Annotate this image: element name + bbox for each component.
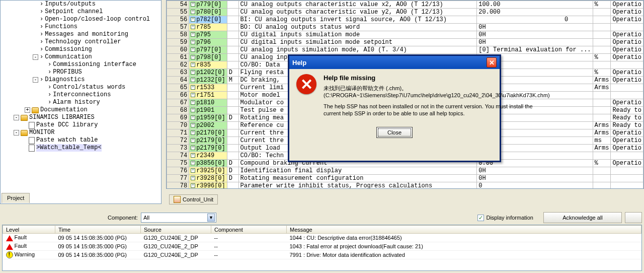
expand-icon[interactable]: +	[191, 62, 195, 67]
dialog-heading: Help file missing	[324, 74, 550, 82]
expand-icon[interactable]: +	[191, 183, 195, 188]
expand-icon[interactable]: +	[191, 40, 195, 44]
tree-node[interactable]: ›Interconnections	[2, 91, 160, 99]
parameter-row[interactable]: 60+p797[0]CU analog inputs simulation mo…	[167, 46, 643, 54]
parameter-row[interactable]: 76+r3925[0]DIdentification final display…	[167, 167, 643, 175]
expand-icon[interactable]: -	[33, 54, 38, 60]
tree-label: Documentation	[40, 106, 88, 114]
alarm-header[interactable]: Time	[55, 226, 141, 234]
arrow-icon: ›	[40, 1, 43, 8]
expand-icon[interactable]: +	[191, 176, 195, 180]
parameter-row[interactable]: 54+p779[0]CU analog outputs characterist…	[167, 1, 643, 9]
chevron-down-icon: ▼	[207, 214, 215, 222]
expand-icon[interactable]: +	[191, 47, 195, 52]
fault-icon	[6, 244, 13, 250]
expand-icon[interactable]: +	[191, 85, 195, 90]
parameter-row[interactable]: 59+p796CU digital inputs simulation mode…	[167, 39, 643, 46]
tree-node[interactable]: -MONITOR	[2, 129, 160, 136]
tree-label: Open-loop/closed-loop control	[45, 16, 150, 23]
tree-node[interactable]: ›Functions	[2, 23, 160, 31]
expand-icon[interactable]: +	[191, 78, 195, 82]
arrow-icon: ›	[48, 91, 51, 99]
project-tab[interactable]: Project	[2, 193, 30, 203]
tree-node[interactable]: Paste watch table	[2, 136, 160, 144]
parameter-row[interactable]: 57+r785BO: CU analog outputs status word…	[167, 24, 643, 31]
component-combo[interactable]: All ▼	[141, 213, 216, 223]
tree-node[interactable]: +Documentation	[2, 106, 160, 114]
tree-label: PROFIBUS	[53, 69, 82, 76]
arrow-icon: ›	[48, 61, 51, 69]
tree-node[interactable]: -›Communication	[2, 53, 160, 61]
parameter-row[interactable]: 56+p782[0]BI: CU analog outputs invert s…	[167, 16, 643, 24]
alarm-header[interactable]: Component	[211, 226, 287, 234]
expand-icon[interactable]: +	[191, 55, 195, 59]
acknowledge-all-button[interactable]: Acknowledge all	[543, 212, 622, 223]
parameter-row[interactable]: 77+r3928[0]DRotating measurement configu…	[167, 175, 643, 182]
project-tree[interactable]: ›Inputs/outputs›Setpoint channel›Open-lo…	[1, 1, 161, 152]
arrow-icon: ›	[40, 53, 43, 61]
warning-icon	[6, 251, 13, 258]
tree-node[interactable]: ›Setpoint channel	[2, 8, 160, 16]
tree-node[interactable]: ›Open-loop/closed-loop control	[2, 16, 160, 23]
alarm-header[interactable]: Message	[287, 226, 641, 234]
alarm-table[interactable]: LevelTimeSourceComponentMessageFault09 0…	[3, 225, 641, 259]
parameter-row[interactable]: 55+p780[0]CU analog outputs characterist…	[167, 9, 643, 16]
expand-icon[interactable]: +	[191, 108, 195, 112]
tree-node[interactable]: -SINAMICS LIBRARIES	[2, 114, 160, 121]
close-button[interactable]: Close	[376, 127, 413, 138]
expand-icon[interactable]: +	[191, 32, 195, 37]
acknowledge-extra-button[interactable]	[625, 212, 642, 223]
expand-icon[interactable]: +	[191, 115, 195, 120]
expand-icon[interactable]: +	[191, 100, 195, 105]
expand-icon[interactable]: +	[191, 138, 195, 143]
alarm-row[interactable]: Warning09 05 14 15:08:35:000 (PG)G120_CU…	[3, 251, 641, 259]
parameter-row[interactable]: 58+p795CU digital inputs simulation mode…	[167, 31, 643, 39]
expand-icon[interactable]: +	[191, 17, 195, 22]
alarm-header[interactable]: Source	[141, 226, 211, 234]
expand-icon[interactable]: -	[14, 115, 19, 120]
tree-node[interactable]: ›Messages and monitoring	[2, 31, 160, 38]
control-unit-label: Control_Unit	[183, 196, 213, 202]
expand-icon[interactable]: +	[191, 161, 195, 165]
tree-node[interactable]: ›Inputs/outputs	[2, 1, 160, 8]
expand-icon[interactable]: +	[191, 70, 195, 75]
tree-node[interactable]: ›Alarm history	[2, 99, 160, 106]
expand-icon[interactable]: +	[191, 25, 195, 29]
parameter-row[interactable]: 78+r3996[0]Parameter write inhibit statu…	[167, 182, 643, 189]
expand-icon[interactable]: +	[191, 153, 195, 158]
component-value: All	[143, 215, 149, 221]
alarm-row[interactable]: Fault09 05 14 15:08:35:000 (PG)G120_CU24…	[3, 242, 641, 251]
expand-icon[interactable]: +	[191, 130, 195, 135]
expand-icon[interactable]: -	[14, 130, 19, 135]
expand-icon[interactable]: +	[191, 2, 195, 7]
alarm-header[interactable]: Level	[3, 226, 55, 234]
arrow-icon: ›	[40, 76, 43, 84]
arrow-icon: ›	[40, 46, 43, 53]
expand-icon[interactable]: -	[33, 77, 38, 83]
display-info-checkbox[interactable]: ✓	[477, 215, 484, 221]
tree-node[interactable]: ›PROFIBUS	[2, 69, 160, 76]
value-input[interactable]	[478, 16, 569, 23]
expand-icon[interactable]: +	[191, 168, 195, 173]
tree-node[interactable]: ›Commissioning interface	[2, 61, 160, 69]
tree-label: Communication	[45, 53, 92, 61]
expand-icon[interactable]: +	[191, 10, 195, 14]
alarm-row[interactable]: Fault09 05 14 15:08:35:000 (PG)G120_CU24…	[3, 234, 641, 242]
tree-node[interactable]: -›Diagnostics	[2, 76, 160, 84]
expand-icon[interactable]: +	[25, 107, 30, 113]
arrow-icon: ›	[48, 69, 51, 76]
tree-node[interactable]: ›Commissioning	[2, 46, 160, 53]
tree-node[interactable]: >Watch_table_Temp<	[2, 144, 160, 152]
expand-icon[interactable]: +	[191, 93, 195, 97]
folder-icon	[21, 130, 28, 136]
close-icon[interactable]: ✕	[487, 57, 497, 67]
expand-icon[interactable]: +	[191, 123, 195, 127]
tree-label: MONITOR	[29, 129, 54, 136]
arrow-icon: ›	[40, 38, 43, 46]
tree-node[interactable]: ›Control/status words	[2, 84, 160, 91]
dialog-titlebar[interactable]: Help ✕	[289, 56, 500, 69]
control-unit-tab[interactable]: Control_Unit	[169, 194, 218, 204]
expand-icon[interactable]: +	[191, 146, 195, 150]
tree-node[interactable]: ›Technology controller	[2, 38, 160, 46]
tree-node[interactable]: Paste DCC library	[2, 121, 160, 129]
